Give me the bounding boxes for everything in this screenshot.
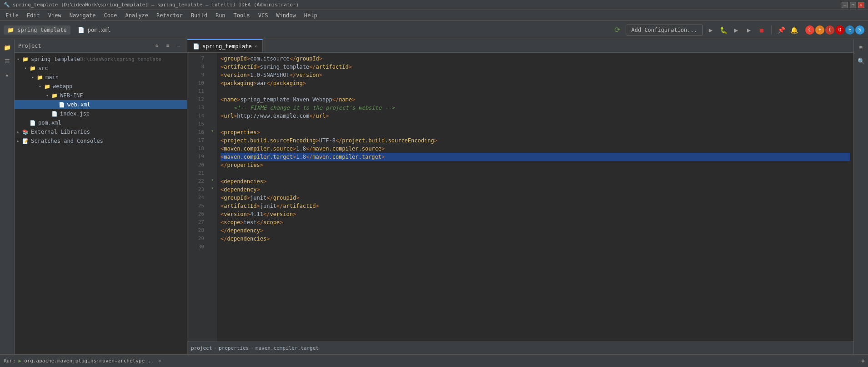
profile-button[interactable]: ▶ [743,24,755,36]
code-line-10: <packaging>war</packaging> [221,79,850,87]
gutter-8 [208,61,217,69]
breadcrumb-item-project[interactable]: project [191,345,212,351]
gutter-23: ▾ [208,184,217,192]
minimize-button[interactable]: — [842,2,848,8]
tree-item-spring_template[interactable]: ▾📁spring_template D:\ideaWork\spring_tem… [15,55,187,64]
tree-item-scratches[interactable]: ▸📝Scratches and Consoles [15,136,187,146]
code-line-12: <name>spring_template Maven Webapp</name… [221,96,850,104]
panel-minimize-icon[interactable]: — [174,41,183,50]
tree-item-pom.xml[interactable]: 📄pom.xml [15,118,187,127]
debug-button[interactable]: 🐛 [717,24,729,36]
tree-arrow-main[interactable]: ▾ [29,74,36,81]
firefox-icon[interactable]: F [815,25,824,35]
menu-item-file[interactable]: File [2,11,22,20]
menu-item-refactor[interactable]: Refactor [153,11,186,20]
run-close-icon[interactable]: ✕ [158,358,161,364]
code-line-11 [221,87,850,96]
line-number-7: 7 [187,55,204,63]
ie-icon[interactable]: I [825,25,834,35]
fold-icon-16[interactable]: ▾ [211,128,214,133]
tree-arrow-webapp[interactable]: ▾ [36,83,44,90]
menu-item-tools[interactable]: Tools [230,11,254,20]
gutter-30 [208,241,217,249]
line-number-16: 16 [187,128,204,136]
menu-item-navigate[interactable]: Navigate [66,11,100,20]
project-selector[interactable]: 📁 spring_template [4,25,70,35]
tree-item-external-libraries[interactable]: ▸📚External Libraries [15,127,187,136]
menu-item-vcs[interactable]: VCS [255,11,272,20]
menu-item-help[interactable]: Help [301,11,321,20]
file-tree: ▾📁spring_template D:\ideaWork\spring_tem… [15,53,187,354]
project-panel: Project ⚙ ≡ — ▾📁spring_template D:\ideaW… [15,39,187,354]
structure-icon[interactable]: ☰ [1,55,14,67]
add-config-label: Add Configuration... [632,27,697,33]
line-number-20: 20 [187,161,204,169]
settings-gear-icon[interactable]: ⚙ [861,358,864,364]
tree-arrow-src[interactable]: ▾ [22,65,29,72]
right-sidebar-icon-1[interactable]: ≡ [855,41,868,54]
menu-item-code[interactable]: Code [100,11,121,20]
gutter-7 [208,53,217,61]
menu-item-run[interactable]: Run [212,11,229,20]
gutter-22: ▾ [208,176,217,184]
gutter-21 [208,167,217,176]
safari-icon[interactable]: S [855,25,864,35]
panel-gear-icon[interactable]: ⚙ [152,41,161,50]
breadcrumb-item-maven.compiler.target[interactable]: maven.compiler.target [256,345,319,351]
chrome-icon[interactable]: C [805,25,814,35]
code-line-24: <groupId>junit</groupId> [221,194,850,202]
tree-arrow-spring_template[interactable]: ▾ [15,55,22,63]
stop-button[interactable]: ■ [756,24,768,36]
run-button[interactable]: ▶ [705,24,717,36]
panel-header-icons: ⚙ ≡ — [152,41,183,50]
panel-settings-icon[interactable]: ≡ [163,41,172,50]
notification-button[interactable]: 🔔 [788,24,800,36]
tree-arrow-WEB-INF[interactable]: ▾ [44,92,51,99]
favorites-icon[interactable]: ★ [1,68,14,81]
breadcrumb-item-properties[interactable]: properties [219,345,249,351]
project-panel-title: Project [18,43,41,49]
code-line-8: <artifactId>spring_template</artifactId> [221,63,850,71]
breadcrumb-sep-1: › [214,345,217,351]
code-content[interactable]: <groupId>com.itsource</groupId> <artifac… [217,53,853,342]
gutter-24 [208,192,217,200]
menu-item-window[interactable]: Window [272,11,299,20]
sync-icon[interactable]: ⟳ [614,25,620,34]
tree-label-pom.xml: pom.xml [38,120,61,126]
gutter-19 [208,151,217,159]
tab-spring-template[interactable]: 📄 spring_template ✕ [187,39,263,52]
code-line-28: </dependency> [221,226,850,235]
project-view-icon[interactable]: 📁 [1,41,14,54]
tree-item-main[interactable]: ▾📁main [15,73,187,82]
right-sidebar-icon-2[interactable]: 🔍 [855,55,868,67]
tree-item-WEB-INF[interactable]: ▾📁WEB-INF [15,91,187,100]
line-number-19: 19 [187,153,204,161]
tab-close-button[interactable]: ✕ [254,44,257,49]
tree-label-webapp: webapp [53,83,72,90]
tree-label-main: main [45,74,59,80]
tree-arrow-scratches[interactable]: ▸ [15,137,22,145]
tree-item-web.xml[interactable]: 📄web.xml [15,100,187,109]
menu-item-analyze[interactable]: Analyze [121,11,152,20]
tree-arrow-external-libraries[interactable]: ▸ [15,128,22,136]
fold-icon-22[interactable]: ▾ [211,177,214,182]
menu-item-build[interactable]: Build [187,11,211,20]
tree-item-src[interactable]: ▾📁src [15,64,187,73]
close-button[interactable]: ✕ [858,2,864,8]
edge-icon[interactable]: E [845,25,854,35]
maximize-button[interactable]: ❐ [850,2,856,8]
add-configuration-button[interactable]: Add Configuration... [626,25,703,35]
tree-item-index.jsp[interactable]: 📄index.jsp [15,109,187,118]
code-line-9: <version>1.0-SNAPSHOT</version> [221,71,850,79]
opera-icon[interactable]: O [835,25,844,35]
code-line-13: <!-- FIXME change it to the project's we… [221,104,850,112]
main-content: 📁 ☰ ★ Project ⚙ ≡ — ▾📁spring_template D:… [0,39,868,354]
bookmark-button[interactable]: 📌 [775,24,787,36]
tree-item-webapp[interactable]: ▾📁webapp [15,82,187,91]
pom-tab[interactable]: 📄 pom.xml [74,25,115,35]
menu-item-view[interactable]: View [45,11,65,20]
menu-item-edit[interactable]: Edit [23,11,44,20]
coverage-button[interactable]: ▶ [730,24,742,36]
code-line-25: <artifactId>junit</artifactId> [221,202,850,210]
fold-icon-23[interactable]: ▾ [211,186,214,191]
